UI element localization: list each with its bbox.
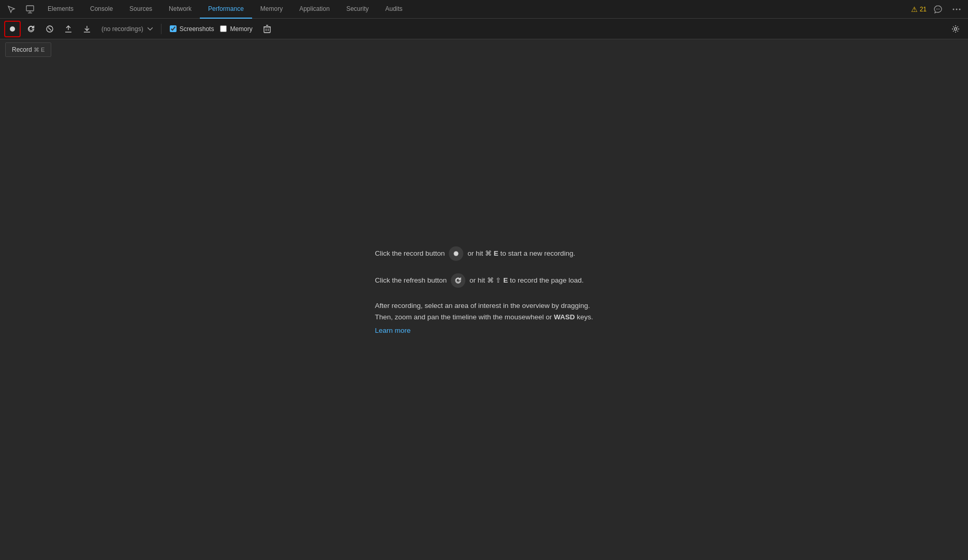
tab-security[interactable]: Security <box>338 0 377 19</box>
record-button[interactable]: Record ⌘ E <box>4 21 21 37</box>
svg-point-22 <box>454 251 459 256</box>
refresh-mini-icon <box>451 273 465 288</box>
tab-audits[interactable]: Audits <box>377 0 410 19</box>
reload-button[interactable] <box>23 21 39 37</box>
record-tooltip: Record ⌘ E <box>5 42 51 57</box>
download-button[interactable] <box>79 21 95 37</box>
main-content: Click the record button or hit ⌘ E to st… <box>0 39 968 541</box>
upload-button[interactable] <box>60 21 77 37</box>
memory-checkbox-group[interactable]: Memory <box>220 25 252 33</box>
clear-button[interactable] <box>41 21 58 37</box>
tab-application[interactable]: Application <box>291 0 338 19</box>
tab-bar: Elements Console Sources Network Perform… <box>0 0 968 19</box>
toolbar: Record ⌘ E (no recording <box>0 19 968 39</box>
recordings-dropdown[interactable]: (no recordings) <box>97 22 157 36</box>
warning-icon: ⚠ <box>911 5 918 13</box>
tab-console[interactable]: Console <box>82 0 121 19</box>
svg-line-11 <box>48 27 51 31</box>
svg-point-5 <box>939 8 940 9</box>
svg-point-7 <box>956 8 958 10</box>
svg-point-8 <box>959 8 961 10</box>
more-options-icon[interactable] <box>949 2 964 17</box>
tab-memory[interactable]: Memory <box>252 0 291 19</box>
learn-more-link[interactable]: Learn more <box>375 327 410 334</box>
devtools-cursor-icon[interactable] <box>2 0 21 19</box>
tab-bar-left: Elements Console Sources Network Perform… <box>2 0 411 19</box>
svg-rect-0 <box>26 6 34 11</box>
settings-button[interactable] <box>947 21 964 37</box>
record-mini-icon <box>449 246 463 261</box>
tab-performance[interactable]: Performance <box>200 0 252 19</box>
svg-point-9 <box>10 26 15 32</box>
warning-badge[interactable]: ⚠ 21 <box>911 5 927 13</box>
tab-sources[interactable]: Sources <box>121 0 160 19</box>
delete-button[interactable] <box>259 21 275 37</box>
inspect-icon[interactable] <box>21 0 39 19</box>
tab-elements[interactable]: Elements <box>39 0 82 19</box>
record-instruction-row: Click the record button or hit ⌘ E to st… <box>375 246 593 261</box>
svg-rect-16 <box>264 27 270 33</box>
tab-network[interactable]: Network <box>160 0 200 19</box>
help-panel: Click the record button or hit ⌘ E to st… <box>375 246 593 334</box>
svg-point-4 <box>937 8 938 9</box>
svg-point-21 <box>955 27 957 30</box>
svg-point-6 <box>953 8 955 10</box>
after-recording-para: After recording, select an area of inter… <box>375 300 593 334</box>
screenshots-checkbox[interactable] <box>170 25 177 32</box>
refresh-instruction-row: Click the refresh button or hit ⌘ ⇧ E to… <box>375 273 593 288</box>
memory-checkbox[interactable] <box>220 25 227 32</box>
toolbar-divider <box>161 24 162 34</box>
screenshots-checkbox-group[interactable]: Screenshots <box>170 25 214 33</box>
svg-point-3 <box>936 8 937 9</box>
tab-bar-right: ⚠ 21 <box>911 2 964 17</box>
feedback-icon[interactable] <box>931 2 945 17</box>
